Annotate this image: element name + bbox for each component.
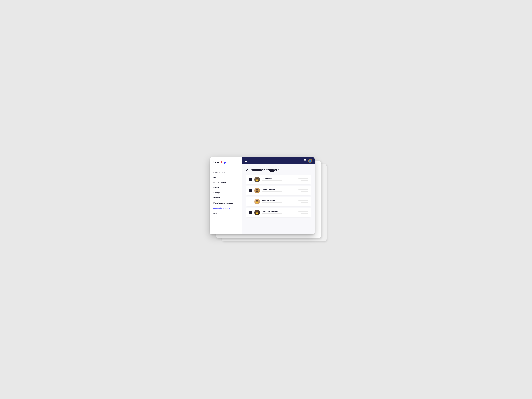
main-content: 👤 Automation triggers 🧑 <box>242 157 315 234</box>
user-subline <box>262 191 283 192</box>
checkbox-unchecked-icon[interactable] <box>249 200 252 203</box>
browser-window: Level up My dashboard Users <box>210 157 315 234</box>
sidebar-divider <box>213 167 239 167</box>
search-icon[interactable] <box>304 159 306 162</box>
sidebar-item-e-mails[interactable]: E-mails <box>210 185 242 190</box>
sidebar: Level up My dashboard Users <box>210 157 242 234</box>
card-lines-3 <box>298 200 309 203</box>
avatar-kristin-watson: 👩 <box>254 199 260 204</box>
sidebar-item-surveys[interactable]: Surveys <box>210 190 242 195</box>
checkbox-kristin-watson[interactable] <box>249 200 252 203</box>
user-subline <box>262 213 283 214</box>
user-info-ralph-edwards: Ralph Edwards <box>262 189 297 192</box>
top-navbar: 👤 <box>242 157 315 164</box>
sidebar-item-settings[interactable]: Settings <box>210 210 242 216</box>
logo: Level up <box>213 161 226 164</box>
avatar-darlene-robertson: 🧑 <box>254 210 260 215</box>
user-name-floyd-miles: Floyd Miles <box>262 178 297 180</box>
user-card-3: 👩 Kristin Watson <box>246 197 311 206</box>
sidebar-item-users[interactable]: Users <box>210 175 242 180</box>
user-info-kristin-watson: Kristin Watson <box>262 200 297 203</box>
user-avatar-nav[interactable]: 👤 <box>308 159 312 163</box>
user-info-floyd-miles: Floyd Miles <box>262 178 297 182</box>
svg-marker-0 <box>221 161 222 163</box>
sidebar-item-automation-triggers[interactable]: Automation triggers <box>210 205 242 210</box>
user-card-2: 🧔 Ralph Edwards <box>246 186 311 195</box>
hamburger-menu-button[interactable] <box>245 160 247 162</box>
card-lines-2 <box>298 189 309 192</box>
user-list: 🧑 Floyd Miles <box>246 175 311 217</box>
sidebar-item-my-dashboard[interactable]: My dashboard <box>210 170 242 175</box>
page-body: Automation triggers 🧑 Floyd Miles <box>242 164 315 234</box>
sidebar-nav: My dashboard Users Library content E-mai… <box>210 170 242 216</box>
avatar-ralph-edwards: 🧔 <box>254 188 260 193</box>
checkbox-checked-icon[interactable] <box>249 178 252 181</box>
checkbox-checked-icon[interactable] <box>249 211 252 214</box>
checkbox-checked-icon[interactable] <box>249 189 252 192</box>
page-title: Automation triggers <box>246 168 311 172</box>
sidebar-item-library-content[interactable]: Library content <box>210 180 242 185</box>
user-subline <box>262 180 283 182</box>
logo-pin-icon <box>221 161 222 163</box>
user-name-ralph-edwards: Ralph Edwards <box>262 189 297 191</box>
user-card-4: 🧑 Darlene Robertson <box>246 208 311 217</box>
user-name-kristin-watson: Kristin Watson <box>262 200 297 202</box>
user-card-1: 🧑 Floyd Miles <box>246 175 311 184</box>
sidebar-item-reports[interactable]: Reports <box>210 195 242 200</box>
user-info-darlene-robertson: Darlene Robertson <box>262 210 297 214</box>
nav-right: 👤 <box>304 159 312 163</box>
avatar-floyd-miles: 🧑 <box>254 177 260 182</box>
card-lines-4 <box>298 211 309 214</box>
checkbox-ralph-edwards[interactable] <box>249 189 252 192</box>
svg-line-2 <box>306 161 306 161</box>
user-subline <box>262 203 283 203</box>
logo-area: Level up <box>210 161 242 166</box>
checkbox-darlene-robertson[interactable] <box>249 211 252 214</box>
sidebar-item-digital-training-assistant[interactable]: Digital training assistant <box>210 200 242 205</box>
checkbox-floyd-miles[interactable] <box>249 178 252 182</box>
card-lines-1 <box>298 178 309 181</box>
device-wrapper: Level up My dashboard Users <box>210 157 322 242</box>
user-name-darlene-robertson: Darlene Robertson <box>262 210 297 213</box>
